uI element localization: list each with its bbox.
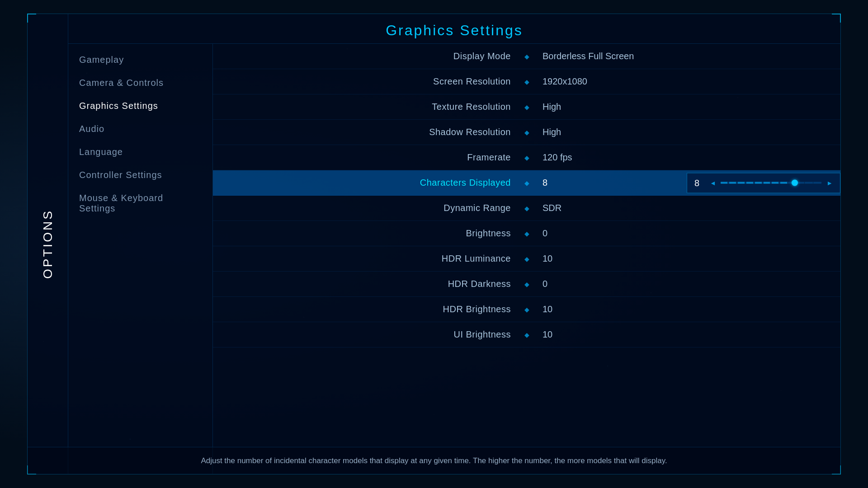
sidebar: Options [28,14,68,474]
divider-icon: ◆ [520,154,533,161]
setting-value: 868x488 [533,76,840,87]
nav-item-language[interactable]: Language [68,141,212,164]
slider-popup: 8◄► [687,173,840,193]
setting-row-dynamic-range[interactable]: Dynamic Range◆SDR [213,196,840,221]
setting-label: Framerate [213,152,520,163]
setting-row-texture-resolution[interactable]: Texture Resolution◆High [213,94,840,120]
slider-thumb[interactable] [792,180,798,186]
setting-row-display-mode[interactable]: Display Mode◆Borderless Full Screen [213,44,840,69]
setting-row-shadow-resolution[interactable]: Shadow Resolution◆High [213,120,840,145]
main-window: Options Graphics Settings Gameplay Camer… [27,14,841,474]
setting-row-screen-resolution[interactable]: Screen Resolution◆868x488 [213,69,840,94]
setting-row-hdr-brightness[interactable]: HDR Brightness◆10 [213,297,840,322]
divider-icon: ◆ [520,103,533,111]
description-text: Adjust the number of incidental characte… [201,456,667,465]
nav-item-controller[interactable]: Controller Settings [68,164,212,187]
nav-item-graphics[interactable]: Graphics Settings [68,94,212,117]
nav-item-gameplay[interactable]: Gameplay [68,48,212,71]
setting-value: 0 [533,279,840,289]
setting-label: Dynamic Range [213,203,520,213]
setting-label: HDR Brightness [213,304,520,314]
slider-segment [755,182,762,184]
slider-segment [729,182,736,184]
setting-label: Screen Resolution [213,76,520,87]
setting-value: High [533,102,840,112]
page-title: Graphics Settings [68,14,840,44]
slider-segment [738,182,745,184]
setting-row-ui-brightness[interactable]: UI Brightness◆10 [213,322,840,347]
bottom-description-bar: Adjust the number of incidental characte… [28,447,840,474]
slider-segment [806,182,813,184]
setting-row-brightness[interactable]: Brightness◆0 [213,221,840,246]
setting-label: HDR Darkness [213,279,520,289]
setting-row-hdr-darkness[interactable]: HDR Darkness◆0 [213,272,840,297]
setting-value: 0 [533,228,840,239]
slider-segment [764,182,771,184]
slider-segments [721,182,822,184]
setting-label: Shadow Resolution [213,127,520,137]
setting-label: Brightness [213,228,520,239]
slider-track[interactable] [721,182,822,184]
settings-panel: Display Mode◆Borderless Full ScreenScree… [213,44,840,474]
divider-icon: ◆ [520,179,533,187]
divider-icon: ◆ [520,255,533,263]
divider-icon: ◆ [520,306,533,313]
slider-segment [780,182,788,184]
setting-value: 120 fps [533,152,840,163]
divider-icon: ◆ [520,331,533,338]
divider-icon: ◆ [520,205,533,212]
sidebar-label: Options [41,209,55,279]
setting-value: Borderless Full Screen [533,51,840,61]
slider-current-value: 8 [694,178,705,188]
setting-label: Characters Displayed [213,178,520,188]
content-area: Graphics Settings Gameplay Camera & Cont… [68,14,840,474]
setting-label: Display Mode [213,51,520,61]
divider-icon: ◆ [520,281,533,288]
slider-segment [721,182,728,184]
divider-icon: ◆ [520,129,533,136]
divider-icon: ◆ [520,230,533,237]
setting-value: High [533,127,840,137]
content-two-col: Gameplay Camera & Controls Graphics Sett… [68,44,840,474]
nav-item-audio[interactable]: Audio [68,117,212,141]
divider-icon: ◆ [520,78,533,85]
slider-segment [815,182,822,184]
slider-right-arrow[interactable]: ► [826,179,833,187]
setting-value: 10 [533,329,840,340]
slider-left-arrow[interactable]: ◄ [710,179,716,187]
setting-row-framerate[interactable]: Framerate◆120 fps [213,145,840,170]
setting-row-characters-displayed[interactable]: Characters Displayed◆88◄► [213,170,840,196]
nav-item-camera[interactable]: Camera & Controls [68,71,212,94]
divider-icon: ◆ [520,53,533,60]
setting-value: SDR [533,203,840,213]
setting-label: HDR Luminance [213,253,520,264]
nav-menu: Gameplay Camera & Controls Graphics Sett… [68,44,213,474]
slider-segment [772,182,779,184]
setting-value: 10 [533,304,840,314]
setting-label: UI Brightness [213,329,520,340]
setting-value: 10 [533,253,840,264]
setting-label: Texture Resolution [213,102,520,112]
nav-item-keyboard[interactable]: Mouse & Keyboard Settings [68,187,212,220]
slider-segment [797,182,805,184]
setting-row-hdr-luminance[interactable]: HDR Luminance◆10 [213,246,840,272]
slider-segment [746,182,754,184]
